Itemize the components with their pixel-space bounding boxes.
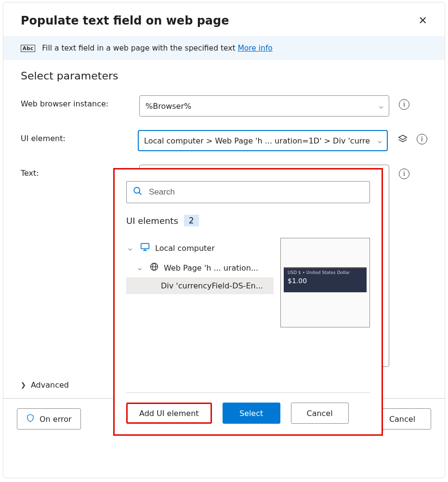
search-box[interactable] — [126, 181, 370, 203]
info-text: Fill a text field in a web page with the… — [42, 44, 273, 52]
ui-element-combo-value: Local computer > Web Page 'h ... uration… — [144, 136, 370, 145]
ui-element-combo[interactable]: Local computer > Web Page 'h ... uration… — [138, 130, 388, 151]
search-input[interactable] — [148, 187, 364, 197]
chevron-down-icon: ⌵ — [128, 244, 135, 252]
computer-icon — [140, 242, 150, 254]
select-button[interactable]: Select — [223, 403, 280, 424]
dialog-title: Populate text field on web page — [21, 14, 229, 27]
tree-leaf[interactable]: Div 'currencyField-DS-En... — [126, 277, 274, 294]
section-title: Select parameters — [21, 70, 427, 82]
tree-leaf-label: Div 'currencyField-DS-En... — [161, 281, 263, 290]
browser-combo-value: %Browser% — [145, 102, 191, 111]
param-ui-element: UI element: Local computer > Web Page 'h… — [21, 130, 427, 151]
picker-cancel-button[interactable]: Cancel — [291, 403, 349, 424]
search-icon — [132, 186, 143, 198]
tree-child-label: Web Page 'h ... uration... — [164, 263, 258, 273]
info-icon[interactable]: i — [399, 169, 409, 179]
ui-elements-header: UI elements 2 — [126, 215, 370, 226]
label-browser: Web browser instance: — [21, 95, 139, 108]
svg-rect-3 — [141, 244, 149, 249]
on-error-label: On error — [40, 415, 72, 424]
svg-marker-0 — [399, 135, 407, 140]
layers-icon[interactable] — [397, 134, 408, 144]
text-field-icon: Abc — [21, 45, 35, 52]
close-icon[interactable]: ✕ — [419, 15, 427, 26]
ui-element-picker: UI elements 2 ⌵ Local computer ⌵ — [113, 168, 383, 436]
more-info-link[interactable]: More info — [237, 44, 272, 52]
param-browser: Web browser instance: %Browser% ⌵ i — [21, 95, 427, 117]
add-ui-element-button[interactable]: Add UI element — [126, 403, 212, 424]
label-ui-element: UI element: — [21, 130, 138, 143]
browser-combo[interactable]: %Browser% ⌵ — [139, 95, 389, 117]
element-preview: USD $ • United States Dollar $1.00 — [280, 238, 370, 327]
dialog-header: Populate text field on web page ✕ — [3, 2, 445, 36]
advanced-label: Advanced — [31, 380, 69, 390]
picker-footer: Add UI element Select Cancel — [126, 392, 370, 434]
shield-icon — [26, 413, 35, 425]
preview-line1: USD $ • United States Dollar — [288, 270, 363, 275]
tree-root[interactable]: ⌵ Local computer — [126, 238, 274, 258]
chevron-down-icon: ⌵ — [378, 137, 382, 144]
on-error-button[interactable]: On error — [17, 408, 81, 430]
preview-line2: $1.00 — [288, 277, 363, 285]
info-bar: Abc Fill a text field in a web page with… — [3, 36, 445, 60]
chevron-down-icon: ⌵ — [379, 102, 383, 110]
svg-point-1 — [134, 187, 140, 193]
tree-child[interactable]: ⌵ Web Page 'h ... uration... — [126, 258, 274, 277]
tree-root-label: Local computer — [155, 244, 215, 253]
dialog: Populate text field on web page ✕ Abc Fi… — [3, 2, 445, 478]
ui-elements-title: UI elements — [126, 216, 178, 226]
info-icon[interactable]: i — [417, 134, 427, 144]
info-icon[interactable]: i — [399, 99, 409, 110]
svg-line-2 — [139, 193, 142, 195]
chevron-down-icon: ⌵ — [138, 264, 145, 272]
ui-elements-count: 2 — [184, 215, 199, 226]
element-tree: ⌵ Local computer ⌵ Web Pag — [126, 238, 274, 392]
globe-icon — [149, 262, 159, 274]
chevron-right-icon: ❯ — [21, 381, 26, 389]
